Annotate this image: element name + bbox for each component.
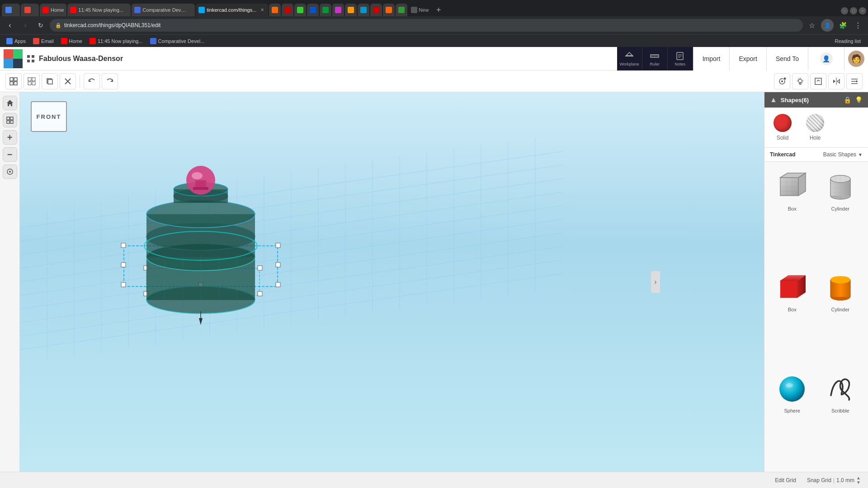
bookmark-apps[interactable]: Apps: [4, 37, 28, 45]
tab-comparative[interactable]: Comparative Devel...: [132, 4, 195, 16]
bookmark-comparative[interactable]: Comparative Devel...: [147, 37, 208, 45]
top-tab-notes[interactable]: Notes: [668, 47, 693, 70]
forward-btn[interactable]: ›: [19, 19, 32, 32]
duplicate-btn[interactable]: [42, 73, 58, 89]
tab-extra-2[interactable]: [282, 4, 293, 16]
shape-select-btn[interactable]: [810, 73, 826, 89]
shapes-panel-collapse-icon[interactable]: ▲: [770, 96, 777, 104]
tab-extra-11[interactable]: [396, 4, 407, 16]
tab-tinkercad-close[interactable]: ×: [259, 7, 265, 13]
tinkercad-logo[interactable]: [4, 49, 23, 68]
undo-btn[interactable]: [84, 73, 100, 89]
home-view-btn[interactable]: [3, 96, 17, 110]
profile-btn[interactable]: 👤: [821, 19, 834, 32]
solid-shape-type[interactable]: Solid: [774, 114, 792, 141]
svg-rect-84: [121, 243, 126, 248]
zoom-in-btn[interactable]: +: [3, 130, 17, 145]
svg-rect-48: [10, 117, 13, 120]
annotation-tool-btn[interactable]: [774, 73, 790, 89]
refresh-btn[interactable]: ↻: [34, 19, 47, 32]
svg-point-102: [146, 201, 255, 228]
shape-item-scribble[interactable]: Scribble: [818, 369, 863, 466]
address-lock-icon: 🔒: [55, 23, 61, 28]
tab-extra-3[interactable]: [294, 4, 306, 16]
project-title[interactable]: Fabulous Waasa-Densor: [39, 55, 123, 63]
shape-item-cylinder-wire[interactable]: Cylinder: [818, 167, 863, 264]
user-profile-avatar[interactable]: 🧑: [844, 47, 868, 70]
snap-grid-arrows[interactable]: ▲ ▼: [856, 476, 861, 485]
shape-type-row: Solid Hole: [764, 108, 868, 148]
bookmark-star-btn[interactable]: ☆: [806, 19, 818, 32]
svg-rect-86: [121, 282, 126, 287]
extensions-btn[interactable]: 🧩: [836, 19, 849, 32]
import-btn[interactable]: Import: [693, 47, 730, 70]
shape-item-cylinder-orange[interactable]: Cylinder: [818, 268, 863, 365]
tab-extra-9[interactable]: [370, 4, 382, 16]
reading-list-btn[interactable]: Reading list: [831, 38, 864, 45]
orbit-btn[interactable]: [3, 164, 17, 179]
close-btn[interactable]: ×: [859, 7, 866, 14]
shape-item-box-red[interactable]: Box: [770, 268, 815, 365]
svg-point-31: [798, 79, 802, 83]
view-cube[interactable]: FRONT: [31, 101, 67, 132]
menu-btn[interactable]: ⋮: [852, 19, 864, 32]
align-btn[interactable]: [846, 73, 863, 89]
tab-tinkercad[interactable]: tinkercad.com/things... ×: [196, 4, 268, 16]
shapes-panel-lock-icon[interactable]: 🔒: [844, 96, 851, 103]
grid-menu-btn[interactable]: [24, 52, 37, 65]
svg-rect-96: [258, 291, 262, 296]
send-to-btn[interactable]: Send To: [767, 47, 808, 70]
top-tab-workplane[interactable]: Workplane: [617, 47, 642, 70]
mirror-btn[interactable]: [828, 73, 844, 89]
tab-new-button[interactable]: New: [408, 4, 431, 16]
top-right-icons: Workplane Ruler: [617, 47, 693, 70]
bookmark-home[interactable]: Home: [58, 37, 85, 45]
tab-extra-7[interactable]: [345, 4, 357, 16]
zoom-out-btn[interactable]: −: [3, 147, 17, 162]
bookmark-nowplaying[interactable]: 11:45 Now playing...: [87, 37, 146, 45]
address-bar[interactable]: 🔒 tinkercad.com/things/dpQIABNL351/edit: [50, 19, 803, 32]
snap-grid-separator: |: [833, 477, 835, 483]
app-header: Fabulous Waasa-Densor Workplane: [0, 47, 868, 70]
ungroup-btn[interactable]: [24, 73, 40, 89]
redo-btn[interactable]: [102, 73, 118, 89]
3d-object-area[interactable]: [110, 155, 300, 347]
shapes-panel-eye-icon[interactable]: 💡: [855, 96, 863, 103]
tab-nowplaying[interactable]: 11:45 Now playing...: [67, 4, 131, 16]
right-panel-collapse-btn[interactable]: ›: [651, 271, 660, 293]
tab-extra-5[interactable]: [320, 4, 331, 16]
shape-item-sphere-teal[interactable]: Sphere: [770, 369, 815, 466]
user-avatar-area[interactable]: 👤: [808, 47, 844, 70]
light-btn[interactable]: [792, 73, 808, 89]
group-btn[interactable]: [5, 73, 22, 89]
tab-extra-6[interactable]: [332, 4, 344, 16]
shapes-category-dropdown[interactable]: Basic Shapes ▼: [823, 151, 863, 158]
address-text: tinkercad.com/things/dpQIABNL351/edit: [64, 22, 160, 28]
browser-tabs-bar: Home 11:45 Now playing... Comparative De…: [0, 0, 868, 16]
tab-extra-1[interactable]: [269, 4, 281, 16]
back-btn[interactable]: ‹: [4, 19, 16, 32]
export-btn[interactable]: Export: [730, 47, 766, 70]
bookmark-email[interactable]: Email: [30, 37, 57, 45]
svg-rect-23: [32, 82, 35, 85]
fit-view-btn[interactable]: [3, 113, 17, 127]
tab-extra-10[interactable]: [383, 4, 395, 16]
hole-shape-type[interactable]: Hole: [806, 114, 824, 141]
delete-btn[interactable]: [60, 73, 76, 89]
tab-home[interactable]: Home: [40, 4, 66, 16]
minimize-btn[interactable]: −: [841, 7, 848, 14]
svg-rect-140: [780, 281, 797, 298]
shape-item-box-wire[interactable]: Box: [770, 167, 815, 264]
tab-extra-8[interactable]: [358, 4, 369, 16]
cylinder-orange-label: Cylinder: [831, 307, 849, 312]
shapes-category-title: Tinkercad: [770, 151, 795, 158]
new-tab-btn[interactable]: +: [432, 4, 445, 16]
svg-point-108: [192, 172, 203, 179]
tab-apps[interactable]: [2, 4, 20, 16]
edit-grid-btn[interactable]: Edit Grid: [771, 475, 800, 485]
top-tab-ruler[interactable]: Ruler: [642, 47, 668, 70]
tab-email[interactable]: [21, 4, 39, 16]
maximize-btn[interactable]: □: [850, 7, 857, 14]
viewport[interactable]: FRONT: [20, 92, 764, 472]
tab-extra-4[interactable]: [307, 4, 319, 16]
